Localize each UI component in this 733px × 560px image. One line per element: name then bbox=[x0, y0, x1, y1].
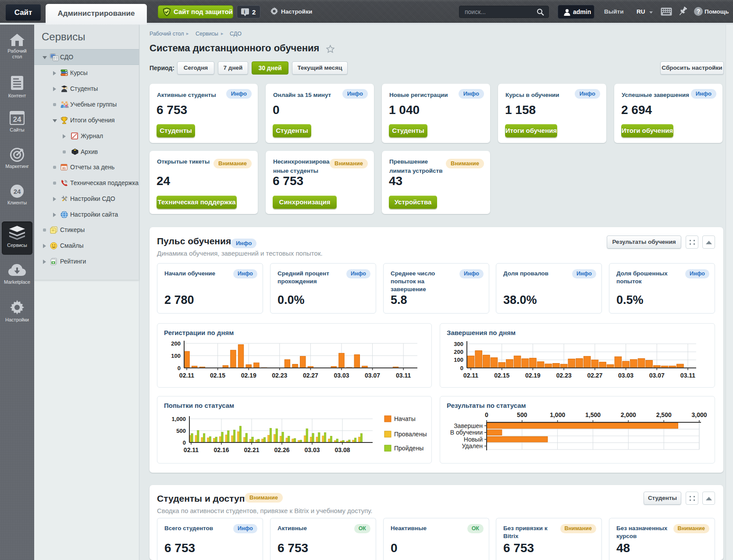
svg-text:03.07: 03.07 bbox=[649, 372, 665, 379]
svg-text:02.16: 02.16 bbox=[213, 446, 229, 453]
svg-text:500: 500 bbox=[517, 411, 527, 418]
svg-text:Провалены: Провалены bbox=[394, 431, 427, 438]
svg-text:02.11: 02.11 bbox=[179, 372, 194, 379]
svg-text:1,500: 1,500 bbox=[585, 411, 601, 418]
svg-text:02.27: 02.27 bbox=[587, 372, 602, 379]
svg-text:0: 0 bbox=[485, 411, 488, 418]
svg-text:02.21: 02.21 bbox=[244, 446, 259, 453]
svg-text:02.19: 02.19 bbox=[525, 372, 541, 379]
svg-text:2,000: 2,000 bbox=[621, 411, 636, 418]
svg-text:Удален: Удален bbox=[462, 442, 483, 449]
svg-text:0: 0 bbox=[183, 439, 186, 446]
svg-text:300: 300 bbox=[454, 341, 463, 347]
svg-text:02.23: 02.23 bbox=[556, 372, 572, 379]
svg-text:0: 0 bbox=[178, 365, 181, 371]
svg-text:Начаты: Начаты bbox=[394, 415, 416, 422]
svg-text:03.08: 03.08 bbox=[334, 446, 350, 453]
svg-text:200: 200 bbox=[454, 349, 463, 355]
svg-text:03.03: 03.03 bbox=[618, 372, 633, 379]
svg-text:Новый: Новый bbox=[464, 436, 483, 443]
svg-text:Пройдены: Пройдены bbox=[394, 445, 423, 452]
svg-text:0: 0 bbox=[460, 365, 463, 371]
svg-text:03.11: 03.11 bbox=[680, 372, 695, 379]
svg-text:3,000: 3,000 bbox=[691, 411, 707, 418]
svg-text:02.26: 02.26 bbox=[274, 446, 289, 453]
svg-text:02.11: 02.11 bbox=[463, 372, 478, 379]
svg-text:100: 100 bbox=[454, 357, 463, 363]
svg-text:03.03: 03.03 bbox=[304, 446, 320, 453]
svg-text:1,000: 1,000 bbox=[550, 411, 565, 418]
svg-text:31: 31 bbox=[62, 166, 66, 170]
svg-text:В обучении: В обучении bbox=[450, 429, 483, 436]
svg-text:03.11: 03.11 bbox=[396, 372, 411, 379]
svg-text:02.15: 02.15 bbox=[210, 372, 225, 379]
svg-text:100: 100 bbox=[171, 353, 181, 359]
svg-text:02.19: 02.19 bbox=[241, 372, 256, 379]
svg-text:200: 200 bbox=[171, 340, 181, 347]
svg-text:Завершен: Завершен bbox=[454, 422, 483, 429]
svg-text:500: 500 bbox=[176, 428, 186, 434]
svg-text:02.15: 02.15 bbox=[494, 372, 509, 379]
svg-text:03.07: 03.07 bbox=[365, 372, 380, 379]
svg-text:03.03: 03.03 bbox=[334, 372, 349, 379]
svg-text:02.27: 02.27 bbox=[303, 372, 318, 379]
svg-text:1,000: 1,000 bbox=[171, 416, 186, 422]
svg-text:2,500: 2,500 bbox=[656, 411, 672, 418]
svg-text:24: 24 bbox=[14, 188, 21, 195]
svg-text:24: 24 bbox=[13, 115, 21, 124]
svg-text:02.11: 02.11 bbox=[184, 446, 199, 453]
svg-text:02.23: 02.23 bbox=[272, 372, 287, 379]
